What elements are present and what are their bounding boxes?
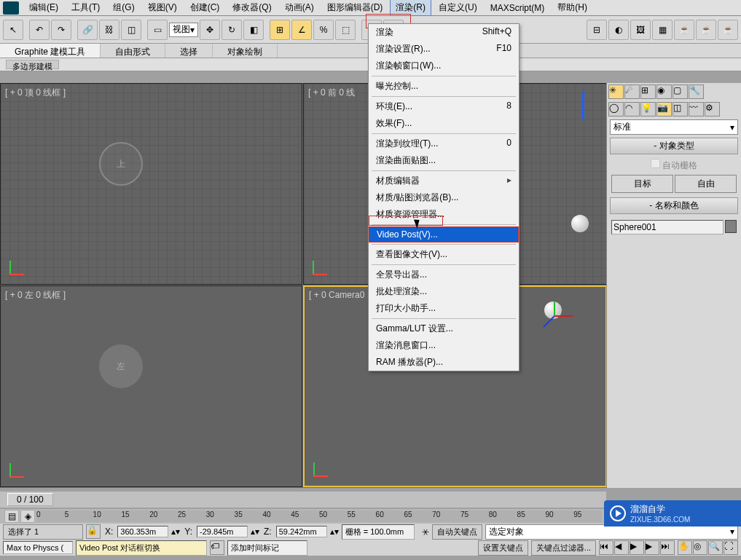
modify-tab-icon[interactable]: ☄ — [624, 84, 640, 99]
move-icon[interactable]: ✥ — [200, 20, 220, 40]
snap-toggle-icon[interactable]: ⊞ — [270, 20, 290, 40]
menu-customize[interactable]: 自定义(U) — [433, 0, 483, 16]
track-bar[interactable]: ▤ ◈ 051015202530354045505560657075808590… — [0, 509, 606, 524]
bind-icon[interactable]: ◫ — [121, 20, 141, 40]
view-dropdown[interactable]: 视图 ▾ — [169, 23, 198, 37]
angle-snap-icon[interactable]: ∠ — [291, 20, 312, 40]
render-menu-item[interactable]: Gamma/LUT 设置... — [369, 320, 519, 337]
script-listener[interactable]: Max to Physcs ( — [3, 541, 73, 554]
render-menu-item[interactable]: 效果(F)... — [369, 115, 519, 132]
viewcube-top[interactable]: 上 — [99, 142, 143, 186]
schematic-icon[interactable]: ⊟ — [587, 20, 607, 40]
hierarchy-tab-icon[interactable]: ⊞ — [640, 84, 656, 99]
render-menu-item[interactable]: Video Post(V)... — [369, 226, 519, 242]
motion-tab-icon[interactable]: ◉ — [656, 84, 672, 99]
render-menu-item[interactable]: 环境(E)...8 — [369, 98, 519, 115]
select-mode-icon[interactable]: ▭ — [147, 20, 168, 40]
free-button[interactable]: 自由 — [675, 175, 737, 193]
menu-maxscript[interactable]: MAXScript(M) — [485, 1, 551, 15]
render-setup-icon[interactable]: 🖼 — [630, 20, 651, 40]
geometry-icon[interactable]: ◯ — [608, 102, 624, 117]
link-icon[interactable]: 🔗 — [77, 20, 98, 40]
render-menu-item[interactable]: 材质/贴图浏览器(B)... — [369, 189, 519, 206]
ribbon-tab-graphite[interactable]: Graphite 建模工具 — [0, 44, 101, 58]
object-name-input[interactable] — [611, 220, 724, 234]
render-menu-item[interactable]: 全景导出器... — [369, 267, 519, 283]
autokey-button[interactable]: 自动关键点 — [432, 524, 482, 540]
target-button[interactable]: 目标 — [611, 175, 673, 193]
rollout-namecolor-header[interactable]: - 名称和颜色 — [610, 197, 738, 214]
trackbar-keys-icon[interactable]: ◈ — [20, 510, 35, 523]
render-menu-item[interactable]: 渲染到纹理(T)...0 — [369, 135, 519, 152]
render-menu-item[interactable]: 渲染消息窗口... — [369, 337, 519, 354]
render-menu-item[interactable]: 渲染Shift+Q — [369, 24, 519, 41]
menu-group[interactable]: 组(G) — [107, 0, 140, 16]
z-coord-input[interactable] — [276, 526, 327, 537]
cameras-icon[interactable]: 📷 — [656, 102, 672, 117]
percent-snap-icon[interactable]: % — [313, 20, 334, 40]
render-last-icon[interactable]: ☕ — [718, 20, 738, 40]
maximize-icon[interactable]: ⛶ — [724, 540, 738, 555]
time-slider-handle[interactable]: 0 / 100 — [7, 493, 53, 506]
ribbon-tab-freeform[interactable]: 自由形式 — [101, 44, 165, 58]
zoom-icon[interactable]: 🔍 — [708, 540, 723, 555]
setkey-button[interactable]: 设置关键点 — [478, 540, 528, 556]
lights-icon[interactable]: 💡 — [640, 102, 656, 117]
render-menu-item[interactable]: 渲染帧窗口(W)... — [369, 58, 519, 74]
render-preset-icon[interactable]: ☕ — [696, 20, 716, 40]
play-icon[interactable]: ▶ — [630, 540, 644, 555]
next-frame-icon[interactable]: ▶ — [645, 540, 659, 555]
material-editor-icon[interactable]: ◐ — [608, 20, 629, 40]
menu-view[interactable]: 视图(V) — [142, 0, 183, 16]
y-coord-input[interactable] — [197, 526, 248, 537]
helpers-icon[interactable]: ◫ — [673, 102, 688, 117]
ribbon-panel-polymodel[interactable]: 多边形建模 — [6, 60, 59, 69]
render-menu-item[interactable]: 渲染曲面贴图... — [369, 152, 519, 169]
systems-icon[interactable]: ⚙ — [705, 102, 720, 117]
goto-start-icon[interactable]: ⏮ — [599, 540, 613, 555]
render-menu-item[interactable]: 批处理渲染... — [369, 283, 519, 300]
time-slider-bar[interactable]: 0 / 100 — [0, 492, 606, 508]
render-menu-item[interactable]: 材质资源管理器... — [369, 206, 519, 223]
viewcube-left[interactable]: 左 — [99, 344, 143, 388]
render-menu-item[interactable]: 渲染设置(R)...F10 — [369, 41, 519, 58]
lock-icon[interactable]: 🔒 — [86, 524, 101, 539]
autogrid-checkbox[interactable]: 自动栅格 — [611, 159, 737, 172]
prev-frame-icon[interactable]: ◀ — [614, 540, 629, 555]
pan-icon[interactable]: ✋ — [678, 540, 692, 555]
cursor-icon[interactable]: ↖ — [3, 20, 23, 40]
menu-animation[interactable]: 动画(A) — [279, 0, 320, 16]
menu-help[interactable]: 帮助(H) — [552, 0, 593, 16]
move-gizmo-icon[interactable] — [540, 301, 576, 331]
utilities-tab-icon[interactable]: 🔧 — [689, 84, 704, 99]
create-tab-icon[interactable]: ✳ — [608, 84, 624, 99]
keyfilter-button[interactable]: 关键点过滤器... — [531, 540, 596, 556]
rollout-objecttype-header[interactable]: - 对象类型 — [610, 138, 738, 154]
render-menu-item[interactable]: RAM 播放器(P)... — [369, 354, 519, 371]
spacewarps-icon[interactable]: 〰 — [689, 102, 704, 117]
menu-tools[interactable]: 工具(T) — [66, 0, 106, 16]
orbit-icon[interactable]: ◎ — [693, 540, 707, 555]
addtag-icon[interactable]: 🏷 — [210, 540, 224, 555]
menu-graph-editors[interactable]: 图形编辑器(D) — [321, 0, 389, 16]
viewport-left[interactable]: [ + 0 左 0 线框 ] 左 — [0, 285, 302, 487]
rotate-icon[interactable]: ↻ — [221, 20, 242, 40]
ribbon-tab-selection[interactable]: 选择 — [165, 44, 213, 58]
undo-icon[interactable]: ↶ — [29, 20, 50, 40]
ribbon-tab-objectpaint[interactable]: 对象绘制 — [213, 44, 278, 58]
sphere-object-front[interactable] — [571, 215, 589, 232]
render-menu-item[interactable]: 查看图像文件(V)... — [369, 246, 519, 263]
addtag-label[interactable]: 添加时间标记 — [227, 540, 307, 556]
create-subtype-dropdown[interactable]: 标准▾ — [610, 119, 738, 135]
viewport-top[interactable]: [ + 0 顶 0 线框 ] 上 — [0, 83, 302, 285]
menu-edit[interactable]: 编辑(E) — [23, 0, 64, 16]
scale-icon[interactable]: ◧ — [243, 20, 264, 40]
menu-create[interactable]: 创建(C) — [184, 0, 226, 16]
shapes-icon[interactable]: ◠ — [624, 102, 640, 117]
render-menu-item[interactable]: 曝光控制... — [369, 78, 519, 95]
goto-end-icon[interactable]: ⏭ — [660, 540, 675, 555]
x-coord-input[interactable] — [117, 526, 168, 537]
display-tab-icon[interactable]: ▢ — [673, 84, 688, 99]
render-frame-icon[interactable]: ▦ — [652, 20, 673, 40]
render-menu-item[interactable]: 材质编辑器▸ — [369, 173, 519, 189]
